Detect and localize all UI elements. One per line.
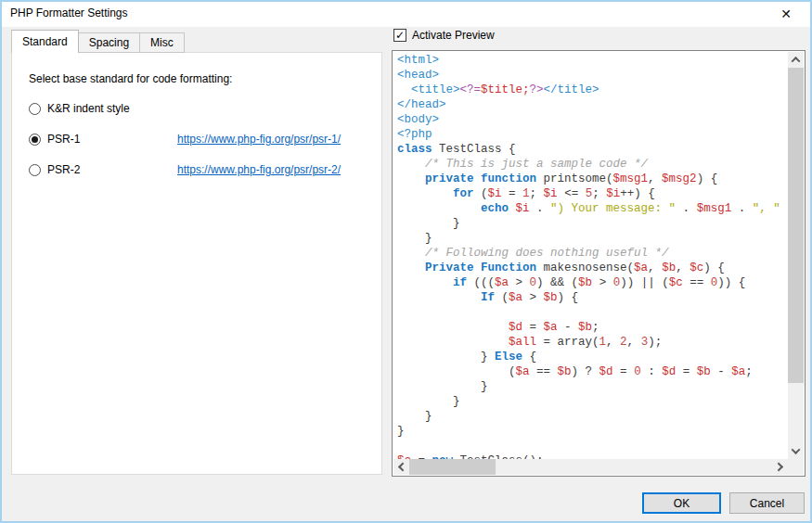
radio-label: K&R indent style [47,102,130,115]
psr1-link[interactable]: https://www.php-fig.org/psr/psr-1/ [177,133,341,146]
ok-button[interactable]: OK [642,492,721,514]
radio-kr-indent[interactable] [29,103,41,115]
vertical-scrollbar-thumb[interactable] [788,68,804,383]
option-psr1[interactable]: PSR-1 [29,132,80,147]
horizontal-scrollbar-thumb[interactable] [409,459,496,475]
chevron-up-icon [792,57,801,66]
option-kr-indent[interactable]: K&R indent style [29,101,130,116]
vertical-scrollbar[interactable] [788,52,804,459]
php-formatter-settings-dialog: PHP Formatter Settings ✕ Standard Spacin… [0,0,812,523]
code-preview[interactable]: <html><head> <title><?=$title;?></title>… [393,52,788,459]
cancel-button[interactable]: Cancel [729,492,805,514]
scroll-left-button[interactable] [393,459,409,475]
title-bar[interactable]: PHP Formatter Settings ✕ [0,0,812,27]
close-icon: ✕ [780,7,792,20]
option-psr2[interactable]: PSR-2 [29,162,80,177]
window-title: PHP Formatter Settings [10,6,128,19]
chevron-right-icon [774,463,783,472]
standard-tab-page: Select base standard for code formatting… [11,52,382,475]
psr2-link[interactable]: https://www.php-fig.org/psr/psr-2/ [177,163,341,176]
radio-label: PSR-2 [47,163,80,176]
close-button[interactable]: ✕ [767,1,805,26]
radio-psr2[interactable] [29,164,41,176]
scroll-right-button[interactable] [772,459,788,475]
checkmark-icon: ✓ [395,30,405,41]
scroll-down-button[interactable] [788,443,804,459]
tab-spacing[interactable]: Spacing [79,32,140,53]
chevron-left-icon [398,463,407,472]
scrollbar-corner [788,459,804,475]
page-heading: Select base standard for code formatting… [29,72,232,85]
tab-strip: Standard Spacing Misc [11,30,185,53]
radio-psr1[interactable] [29,134,41,146]
psr1-link-wrap: https://www.php-fig.org/psr/psr-1/ [177,132,341,147]
psr2-link-wrap: https://www.php-fig.org/psr/psr-2/ [177,162,341,177]
code-preview-box: <html><head> <title><?=$title;?></title>… [392,50,806,477]
horizontal-scrollbar[interactable] [393,459,788,475]
activate-preview-label: Activate Preview [412,29,495,42]
radio-label: PSR-1 [47,133,80,146]
activate-preview-checkbox[interactable]: ✓ [393,29,406,42]
activate-preview-option[interactable]: ✓ Activate Preview [393,28,495,43]
tab-misc[interactable]: Misc [140,32,185,53]
chevron-down-icon [792,445,801,454]
tab-standard[interactable]: Standard [11,30,79,53]
scroll-up-button[interactable] [788,52,804,68]
